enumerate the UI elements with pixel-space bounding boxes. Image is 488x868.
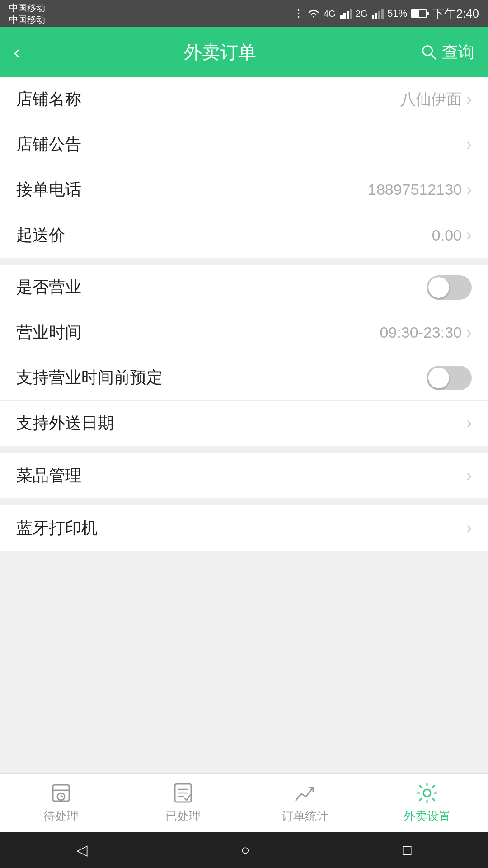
row-min-price[interactable]: 起送价0.00› [0,212,488,258]
right-min-price: 0.00› [432,226,472,245]
right-business-hours: 09:30-23:30› [380,323,472,342]
label-business-hours: 营业时间 [16,321,81,344]
chevron-shop-announcement: › [466,135,472,154]
label-min-price: 起送价 [16,224,65,246]
wifi-icon [307,9,320,19]
svg-rect-3 [350,9,352,19]
toggle-knob-pre-order [428,368,449,388]
nav-processed[interactable]: 已处理 [122,774,244,832]
toggle-is-open[interactable] [427,275,472,300]
right-pre-order [427,366,472,390]
section-shop-info: 店铺名称八仙伊面›店铺公告›接单电话18897512130›起送价0.00› [0,77,488,258]
svg-rect-6 [378,11,380,19]
right-shop-name: 八仙伊面› [400,89,472,110]
settings-label: 外卖设置 [404,808,450,824]
row-order-phone[interactable]: 接单电话18897512130› [0,167,488,212]
settings-icon [415,781,439,805]
label-order-phone: 接单电话 [16,179,81,201]
sys-recent-button[interactable]: □ [403,842,411,859]
processed-label: 已处理 [165,808,201,824]
row-shop-name[interactable]: 店铺名称八仙伊面› [0,77,488,122]
toggle-knob-is-open [428,277,449,298]
bluetooth-icon: ⋮ [294,8,304,19]
right-bluetooth-printer: › [466,519,472,538]
value-shop-name: 八仙伊面 [400,89,462,110]
content-filler [0,558,488,684]
label-bluetooth-printer: 蓝牙打印机 [16,517,98,539]
row-delivery-date[interactable]: 支持外送日期› [0,401,488,446]
status-right: ⋮ 4G 2G 51% 下午2:40 [294,6,479,22]
row-business-hours[interactable]: 营业时间09:30-23:30› [0,310,488,355]
pending-label: 待处理 [43,808,79,824]
pending-icon [49,781,73,805]
label-shop-announcement: 店铺公告 [16,133,81,156]
right-shop-announcement: › [466,135,472,154]
search-label: 查询 [442,41,474,63]
section-printer: 蓝牙打印机› [0,505,488,551]
row-is-open[interactable]: 是否营业 [0,265,488,310]
status-bar: 中国移动 中国移动 ⋮ 4G 2G 51% 下午2:40 [0,0,488,27]
svg-rect-2 [347,11,349,19]
label-delivery-date: 支持外送日期 [16,412,114,434]
carrier2: 中国移动 [9,14,45,25]
svg-line-9 [431,54,436,59]
signal2-text: 2G [356,9,368,19]
time: 下午2:40 [432,6,479,22]
value-min-price: 0.00 [432,226,462,244]
svg-rect-4 [372,15,374,19]
label-is-open: 是否营业 [16,276,81,298]
signal2-icon [371,9,384,19]
label-pre-order: 支持营业时间前预定 [16,367,163,389]
nav-pending[interactable]: 待处理 [0,774,122,832]
chevron-order-phone: › [466,180,472,199]
label-menu-manage: 菜品管理 [16,465,81,487]
bottom-nav: 待处理 已处理 订单统计 外卖设置 [0,773,488,832]
toggle-pre-order[interactable] [427,366,472,390]
chevron-shop-name: › [466,90,472,109]
svg-rect-5 [375,13,377,19]
nav-settings[interactable]: 外卖设置 [366,774,488,832]
processed-icon [171,781,195,805]
system-nav: ◁ ○ □ [0,832,488,868]
battery-icon [411,9,427,18]
signal-text: 4G [324,9,336,19]
page-title: 外卖订单 [184,40,256,65]
row-shop-announcement[interactable]: 店铺公告› [0,122,488,167]
battery-percent: 51% [387,8,407,19]
carrier1: 中国移动 [9,2,45,14]
main-content: 店铺名称八仙伊面›店铺公告›接单电话18897512130›起送价0.00›是否… [0,77,488,684]
chevron-business-hours: › [466,323,472,342]
svg-rect-7 [381,9,384,19]
section-business-settings: 是否营业营业时间09:30-23:30›支持营业时间前预定支持外送日期› [0,265,488,446]
right-order-phone: 18897512130› [368,180,472,199]
chevron-min-price: › [466,226,472,245]
right-menu-manage: › [466,466,472,485]
chevron-menu-manage: › [466,466,472,485]
carrier-info: 中国移动 中国移动 [9,2,45,25]
header: ‹ 外卖订单 查询 [0,27,488,77]
row-bluetooth-printer[interactable]: 蓝牙打印机› [0,505,488,551]
nav-statistics[interactable]: 订单统计 [244,774,366,832]
chevron-delivery-date: › [466,414,472,433]
sys-home-button[interactable]: ○ [241,842,249,859]
search-icon [420,43,437,61]
sys-back-button[interactable]: ◁ [76,841,88,859]
row-pre-order[interactable]: 支持营业时间前预定 [0,355,488,401]
svg-rect-1 [343,13,346,19]
right-is-open [427,275,472,300]
search-button[interactable]: 查询 [420,41,474,63]
signal-icon [339,9,352,19]
svg-point-19 [423,789,431,797]
label-shop-name: 店铺名称 [16,88,81,110]
chevron-bluetooth-printer: › [466,519,472,538]
statistics-icon [293,781,317,805]
back-button[interactable]: ‹ [14,41,20,63]
svg-rect-0 [340,15,343,19]
section-menu-management: 菜品管理› [0,453,488,498]
value-order-phone: 18897512130 [368,181,462,198]
row-menu-manage[interactable]: 菜品管理› [0,453,488,498]
right-delivery-date: › [466,414,472,433]
statistics-label: 订单统计 [282,808,328,824]
value-business-hours: 09:30-23:30 [380,324,462,341]
